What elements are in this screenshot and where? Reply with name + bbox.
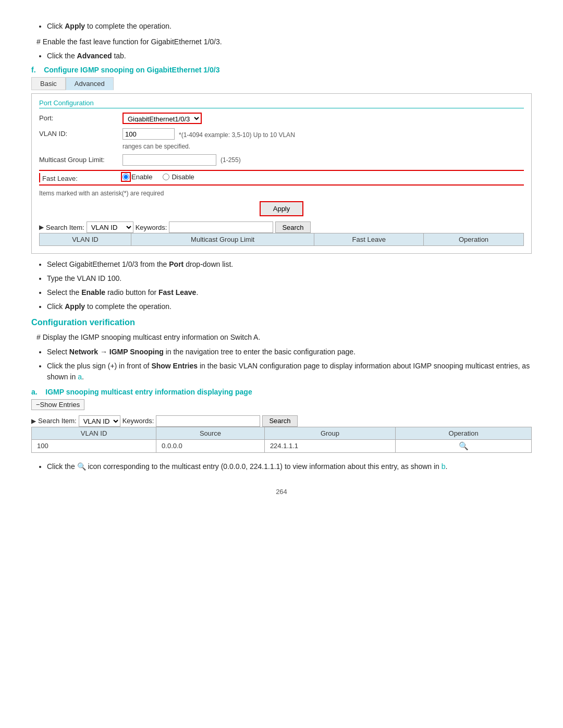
bullet-type-vlan: Type the VLAN ID 100. (47, 273, 532, 284)
show-entries-bar[interactable]: −Show Entries (31, 399, 84, 410)
fast-leave-enable-text: Enable (131, 173, 152, 181)
fast-leave-disable-radio[interactable] (163, 174, 169, 180)
multicast-group-control: (1-255) (123, 154, 241, 166)
form-box: Port Configuration Port: GigabitEthernet… (31, 93, 532, 254)
port-row: Port: GigabitEthernet1/0/3 (39, 113, 524, 124)
apply-button[interactable]: Apply (260, 201, 304, 216)
table-1-col-multicast: Multicast Group Limit (131, 233, 314, 246)
search-bar-2: ▶ Search Item: VLAN ID Keywords: Search (31, 415, 532, 427)
config-verification-text: # Display the IGMP snooping multicast en… (36, 331, 532, 343)
port-control: GigabitEthernet1/0/3 (123, 113, 202, 124)
port-label: Port: (39, 113, 123, 122)
port-select[interactable]: GigabitEthernet1/0/3 (123, 113, 202, 124)
bullet-click-icon: Click the 🔍 icon corresponding to the mu… (47, 461, 532, 472)
link-b[interactable]: b (442, 462, 446, 471)
bullet-click-plus: Click the plus sign (+) in front of Show… (47, 361, 532, 382)
section-f-title: Configure IGMP snooping on GigabitEthern… (44, 66, 219, 74)
bullet-select-network: Select Network → IGMP Snooping in the na… (47, 347, 532, 357)
section-a-label: a. (31, 388, 38, 396)
search-item-label-2: Search Item: (38, 417, 77, 425)
fast-leave-disable-label[interactable]: Disable (163, 173, 194, 181)
multicast-group-input[interactable] (123, 154, 216, 166)
fast-leave-label: Fast Leave: (39, 173, 123, 182)
search-item-select-2[interactable]: VLAN ID (79, 415, 120, 427)
table-1-col-fastleave: Fast Leave (314, 233, 424, 246)
inline-magnify-icon: 🔍 (77, 461, 86, 472)
search-button-1[interactable]: Search (275, 221, 310, 233)
link-a-1[interactable]: a (78, 373, 82, 381)
section-a-title: IGMP snooping multicast entry informatio… (45, 388, 252, 396)
table-1: VLAN ID Multicast Group Limit Fast Leave… (39, 233, 524, 246)
fast-leave-enable-label[interactable]: Enable (123, 173, 152, 181)
section-f-label: f. (31, 66, 36, 74)
bullet-apply: Click Apply to complete the operation. (47, 21, 532, 32)
table-1-col-operation: Operation (424, 233, 524, 246)
fast-leave-enable-radio[interactable] (123, 174, 129, 180)
magnify-icon[interactable]: 🔍 (459, 441, 469, 450)
top-bullet-list: Click Apply to complete the operation. (47, 21, 532, 32)
vlan-id-input[interactable] (123, 128, 175, 140)
keywords-input-1[interactable] (169, 221, 273, 233)
vlan-id-row: VLAN ID: *(1-4094 example: 3,5-10) Up to… (39, 128, 524, 150)
config-verification-heading: Configuration verification (31, 317, 532, 327)
table-2-group: 224.1.1.1 (264, 439, 395, 452)
required-note: Items marked with an asterisk(*) are req… (39, 190, 524, 197)
tab-basic[interactable]: Basic (31, 77, 66, 90)
port-config-label: Port Configuration (39, 99, 524, 108)
search-button-2[interactable]: Search (262, 415, 297, 427)
search-bar-1: ▶ Search Item: VLAN ID Keywords: Search (39, 221, 524, 233)
table-2-col-operation: Operation (396, 427, 532, 439)
search-bar-1-arrow: ▶ (39, 224, 44, 231)
keywords-input-2[interactable] (156, 415, 260, 427)
page-number: 264 (31, 488, 532, 496)
vlan-id-control: *(1-4094 example: 3,5-10) Up to 10 VLAN … (123, 128, 295, 150)
mid-bullet-list: Select GigabitEthernet 1/0/3 from the Po… (47, 259, 532, 312)
keywords-label-2: Keywords: (123, 417, 154, 425)
fast-leave-control: Enable Disable (123, 173, 194, 181)
bullet-select-enable: Select the Enable radio button for Fast … (47, 287, 532, 298)
search-bar-2-arrow: ▶ (31, 417, 36, 425)
table-2-header-row: VLAN ID Source Group Operation (32, 427, 532, 439)
multicast-group-hint: (1-255) (221, 154, 241, 164)
bullet-click-apply-2: Click Apply to complete the operation. (47, 301, 532, 312)
search-item-label-1: Search Item: (46, 224, 84, 231)
section-f-heading: f. Configure IGMP snooping on GigabitEth… (31, 66, 532, 74)
table-2: VLAN ID Source Group Operation 100 0.0.0… (31, 427, 532, 453)
table-1-col-vlanid: VLAN ID (40, 233, 131, 246)
table-1-header-row: VLAN ID Multicast Group Limit Fast Leave… (40, 233, 524, 246)
tab-bar: Basic Advanced (31, 77, 532, 90)
show-entries-toggle: −Show Entries (36, 401, 80, 409)
fast-leave-disable-text: Disable (172, 173, 194, 181)
bullet-click-advanced: Click the Advanced tab. (47, 51, 532, 61)
multicast-group-label: Multicast Group Limit: (39, 154, 123, 164)
table-row: 100 0.0.0.0 224.1.1.1 🔍 (32, 439, 532, 452)
search-item-select-1[interactable]: VLAN ID (87, 221, 133, 233)
table-2-col-vlanid: VLAN ID (32, 427, 156, 439)
table-2-operation[interactable]: 🔍 (396, 439, 532, 452)
table-2-body: 100 0.0.0.0 224.1.1.1 🔍 (32, 439, 532, 452)
vlan-id-hint2: ranges can be specified. (123, 143, 190, 150)
keywords-label-1: Keywords: (136, 224, 167, 231)
verify-bullet-list: Select Network → IGMP Snooping in the na… (47, 347, 532, 382)
tab-advanced[interactable]: Advanced (66, 77, 114, 90)
bullet-select-port: Select GigabitEthernet 1/0/3 from the Po… (47, 259, 532, 270)
vlan-id-hint: *(1-4094 example: 3,5-10) Up to 10 VLAN (179, 129, 295, 139)
table-2-col-source: Source (156, 427, 265, 439)
fast-leave-row: Fast Leave: Enable Disable (39, 170, 524, 186)
bottom-bullet-list: Click the 🔍 icon corresponding to the mu… (47, 461, 532, 472)
section-a-heading: a. IGMP snooping multicast entry informa… (31, 388, 532, 396)
multicast-group-row: Multicast Group Limit: (1-255) (39, 154, 524, 166)
vlan-id-label: VLAN ID: (39, 128, 123, 138)
bullet-advanced-tab: Click the Advanced tab. (47, 51, 532, 61)
table-2-source: 0.0.0.0 (156, 439, 265, 452)
code-line-fast-leave: # Enable the fast leave function for Gig… (36, 36, 532, 47)
table-2-col-group: Group (264, 427, 395, 439)
table-2-vlanid: 100 (32, 439, 156, 452)
